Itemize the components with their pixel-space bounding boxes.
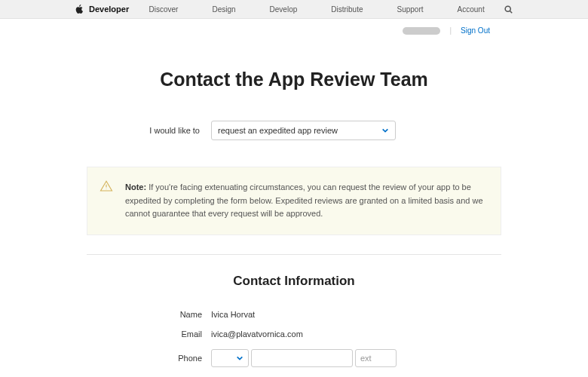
nav-brand-label: Developer: [89, 5, 129, 14]
phone-number-input[interactable]: [251, 349, 353, 367]
nav-item-support[interactable]: Support: [397, 5, 424, 14]
request-type-label: I would like to: [87, 126, 200, 135]
page-title: Contact the App Review Team: [0, 69, 588, 90]
svg-point-0: [505, 6, 510, 11]
country-code-select[interactable]: [211, 349, 249, 367]
nav-item-design[interactable]: Design: [212, 5, 235, 14]
extension-input[interactable]: ext: [355, 349, 397, 367]
search-icon: [504, 5, 513, 14]
warning-icon: [100, 179, 113, 193]
nav-item-discover[interactable]: Discover: [149, 5, 179, 14]
section-divider: [87, 254, 501, 255]
svg-line-1: [510, 11, 512, 13]
apple-logo-icon: [75, 5, 83, 14]
user-divider: |: [449, 26, 452, 35]
main-content: I would like to request an expedited app…: [87, 121, 501, 377]
user-name-redacted: [403, 27, 440, 35]
name-row: Name Ivica Horvat: [87, 310, 501, 319]
note-text: If you're facing extenuating circumstanc…: [125, 182, 483, 218]
name-value: Ivica Horvat: [211, 310, 255, 319]
phone-row: Phone ext: [87, 349, 501, 367]
nav-item-develop[interactable]: Develop: [270, 5, 298, 14]
section-title-contact: Contact Information: [87, 274, 501, 289]
sign-out-link[interactable]: Sign Out: [461, 26, 490, 35]
nav-brand-group[interactable]: Developer: [75, 5, 129, 14]
nav-item-account[interactable]: Account: [458, 5, 485, 14]
chevron-down-icon: [381, 127, 389, 134]
nav-search[interactable]: [504, 5, 513, 14]
phone-label: Phone: [87, 354, 211, 363]
phone-group: ext: [211, 349, 397, 367]
request-type-select[interactable]: request an expedited app review: [211, 121, 396, 140]
note-box: Note: If you're facing extenuating circu…: [87, 167, 501, 235]
request-type-value: request an expedited app review: [218, 126, 338, 135]
nav-links: Discover Design Develop Distribute Suppo…: [149, 5, 485, 14]
note-label: Note:: [125, 182, 146, 192]
request-type-row: I would like to request an expedited app…: [87, 121, 501, 140]
user-bar: | Sign Out: [0, 19, 588, 35]
global-nav: Developer Discover Design Develop Distri…: [0, 0, 588, 19]
name-label: Name: [87, 310, 211, 319]
email-row: Email ivica@plavatvornica.com: [87, 329, 501, 339]
chevron-down-icon: [236, 354, 243, 362]
extension-placeholder: ext: [360, 354, 372, 363]
email-value: ivica@plavatvornica.com: [211, 329, 303, 339]
email-label: Email: [87, 329, 211, 339]
nav-item-distribute[interactable]: Distribute: [331, 5, 363, 14]
svg-point-3: [106, 188, 107, 189]
